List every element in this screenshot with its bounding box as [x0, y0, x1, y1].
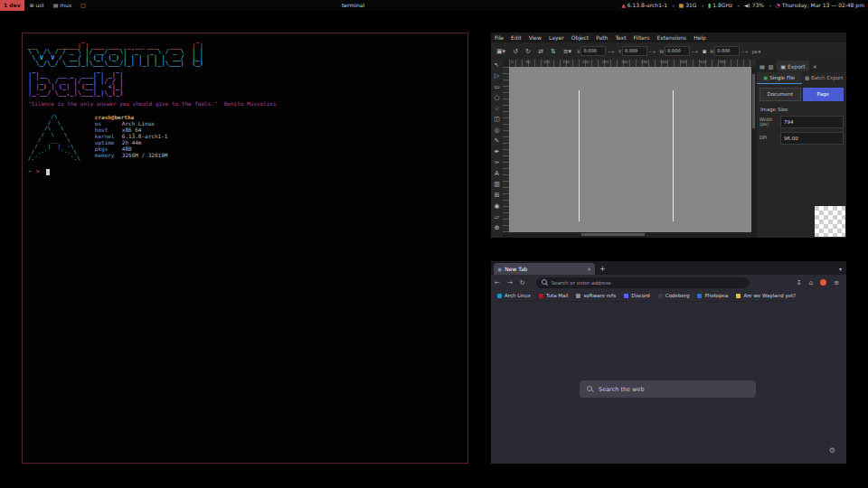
workspace-tag-empty[interactable]: □	[77, 0, 90, 11]
search-icon	[587, 386, 593, 392]
tool-star-icon[interactable]: ☆	[494, 103, 499, 114]
hamburger-menu-icon[interactable]: ≡	[830, 279, 843, 286]
w-stepper[interactable]: −+	[691, 49, 698, 54]
home-icon[interactable]: ⌂	[806, 279, 816, 286]
volume-module[interactable]: ◄) 73%	[744, 0, 764, 11]
fetch-info: crash@bertha osArch Linux hostx86_64 ker…	[95, 114, 168, 161]
url-bar[interactable]: Search or enter address	[536, 277, 750, 288]
tool-spiral-icon[interactable]: ◎	[494, 125, 499, 136]
tool-pencil-icon[interactable]: ✎	[495, 136, 500, 146]
tab-list-chevron-icon[interactable]: ▾	[839, 263, 842, 275]
tool-gradient-icon[interactable]: ▥	[494, 179, 500, 190]
align-dropdown[interactable]: ≡▾	[561, 48, 573, 55]
web-search-input[interactable]: Search the web	[580, 380, 756, 398]
inkscape-canvas[interactable]	[509, 67, 751, 232]
rotate-cw-button[interactable]: ↻	[524, 48, 533, 55]
flip-vertical-button[interactable]: ⇅	[549, 48, 558, 55]
panel-dock-icon-1[interactable]: ▤	[760, 63, 765, 70]
folder-icon	[576, 294, 580, 298]
back-icon[interactable]: ←	[491, 279, 504, 286]
close-panel-icon[interactable]: ×	[813, 63, 817, 70]
tab-close-icon[interactable]: ×	[587, 266, 591, 272]
tool-pen-icon[interactable]: ✒	[495, 146, 500, 157]
units-dropdown[interactable]: px▾	[752, 49, 761, 54]
menu-text[interactable]: Text	[611, 34, 629, 41]
export-width-input[interactable]: 794	[780, 116, 844, 128]
tool-rectangle-icon[interactable]: ▭	[494, 81, 500, 92]
export-scope-buttons: Document Page	[760, 88, 844, 101]
menu-path[interactable]: Path	[592, 34, 611, 41]
tool-text-icon[interactable]: A	[495, 168, 499, 179]
separator: ◂	[701, 0, 703, 11]
menu-object[interactable]: Object	[568, 34, 593, 41]
selection-mode-dropdown[interactable]: ▣▾	[495, 48, 507, 55]
menu-help[interactable]: Help	[690, 34, 710, 41]
fetch-row: kernel6.13.8-arch1-1	[95, 133, 168, 139]
export-dpi-input[interactable]: 96.00	[780, 132, 844, 145]
menu-layer[interactable]: Layer	[545, 34, 568, 41]
tool-dropper-icon[interactable]: ◉	[494, 201, 499, 211]
export-width-row: Width (px) 794	[760, 116, 844, 128]
bookmark-arch-linux[interactable]: Arch Linux	[497, 293, 531, 298]
workspace-tag-mux[interactable]: ▤ mux	[50, 0, 76, 11]
arch-logo-icon: ▲	[621, 0, 626, 11]
y-input[interactable]: 0.000	[622, 46, 647, 56]
browser-tab-newtab[interactable]: ◉ New Tab ×	[494, 263, 595, 275]
batch-export-icon: ▦	[805, 75, 809, 80]
document-button[interactable]: Document	[760, 88, 801, 101]
bookmark-photopea[interactable]: Photopea	[697, 293, 728, 298]
bookmark-discord[interactable]: Discord	[624, 293, 650, 298]
menu-filters[interactable]: Filters	[630, 34, 654, 41]
tab-batch-export[interactable]: ▦ Batch Export	[802, 72, 847, 84]
export-panel-tab[interactable]: ▣ Export	[777, 61, 808, 71]
h-input[interactable]: 0.000	[714, 46, 740, 56]
menu-file[interactable]: File	[491, 34, 507, 41]
page-border-right	[673, 90, 674, 221]
reload-icon[interactable]: ↻	[516, 279, 529, 286]
forward-icon[interactable]: →	[504, 279, 516, 286]
new-tab-button[interactable]: +	[599, 263, 606, 275]
personalize-gear-icon[interactable]: ⚙	[829, 446, 835, 455]
menu-view[interactable]: View	[525, 34, 545, 41]
volume-icon: ◄)	[744, 0, 750, 11]
menu-extensions[interactable]: Extensions	[654, 34, 691, 41]
h-stepper[interactable]: −+	[741, 49, 748, 54]
tab-single-file[interactable]: ▣ Single File	[757, 72, 802, 84]
shell-prompt[interactable]: ~ >	[28, 168, 467, 175]
canvas-vertical-scrollbar[interactable]	[751, 67, 756, 232]
workspace-tag-dev[interactable]: 1 dev	[0, 0, 24, 11]
tool-3dbox-icon[interactable]: ◫	[494, 114, 500, 125]
bookmark-folder-software-refs[interactable]: software refs	[576, 293, 616, 298]
kernel-module: ▲ 6.13.8-arch1-1	[621, 0, 667, 11]
bookmark-tuta-mail[interactable]: Tuta Mail	[539, 293, 568, 298]
w-input[interactable]: 0.000	[665, 46, 690, 56]
tool-mesh-icon[interactable]: ⊞	[495, 190, 500, 201]
favicon	[697, 294, 702, 298]
bookmark-codeberg[interactable]: Codeberg	[658, 293, 690, 298]
page-button[interactable]: Page	[803, 88, 844, 101]
tool-select-icon[interactable]: ↖	[495, 60, 500, 70]
flip-horizontal-button[interactable]: ⇄	[536, 48, 545, 55]
extension-icon[interactable]	[820, 279, 826, 286]
export-icon: ▣	[780, 63, 786, 70]
terminal-window[interactable]: _ _ __ _____| | ___ ___ _ __ ___ ___ | |…	[22, 33, 468, 464]
clock-icon: ◔	[776, 0, 780, 11]
bookmark-are-we-wayland-yet[interactable]: Are we Wayland yet?	[736, 293, 796, 298]
tool-paintbucket-icon[interactable]: ▱	[495, 211, 499, 222]
tool-zoom-icon[interactable]: ⊕	[495, 222, 500, 233]
bookmarks-bar: Arch Linux Tuta Mail software refs Disco…	[491, 290, 846, 302]
x-input[interactable]: 0.000	[580, 46, 606, 56]
tool-ellipse-icon[interactable]: ○	[494, 92, 499, 103]
lock-ratio-icon[interactable]: ▪	[703, 48, 707, 55]
tool-node-icon[interactable]: ▷	[495, 70, 499, 81]
cpu-icon: ▮	[708, 0, 711, 11]
menu-edit[interactable]: Edit	[507, 34, 525, 41]
canvas-horizontal-scrollbar[interactable]	[509, 232, 751, 237]
panel-dock-icon-2[interactable]: ▧	[769, 63, 774, 70]
downloads-icon[interactable]: ↧	[793, 279, 806, 286]
workspace-tag-web[interactable]: ⊕ ust	[25, 0, 47, 11]
tool-calligraphy-icon[interactable]: ✑	[495, 157, 500, 168]
y-stepper[interactable]: −+	[648, 49, 656, 54]
x-stepper[interactable]: −+	[607, 49, 614, 54]
rotate-ccw-button[interactable]: ↺	[511, 48, 520, 55]
